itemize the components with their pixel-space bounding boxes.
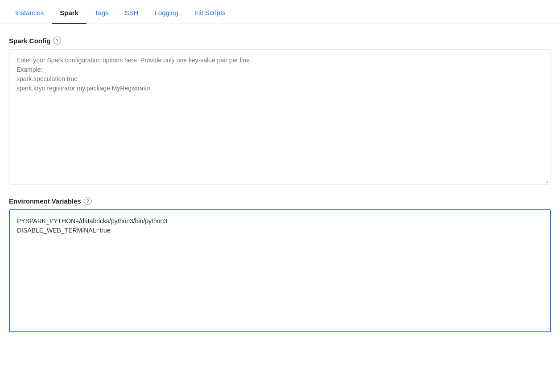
tab-tags[interactable]: Tags <box>86 0 117 24</box>
spark-config-input[interactable] <box>9 49 551 174</box>
env-resize-icon: ⌟ <box>545 324 548 331</box>
tab-init-scripts[interactable]: Init Scripts <box>186 0 234 24</box>
tab-bar: Instances Spark Tags SSH Logging Init Sc… <box>0 0 560 24</box>
env-variables-section: Environment Variables ? ⌟ <box>9 197 551 332</box>
env-variables-label: Environment Variables ? <box>9 197 551 205</box>
tab-ssh[interactable]: SSH <box>117 0 147 24</box>
resize-icon: ⌟ <box>546 177 549 183</box>
spark-config-help-icon[interactable]: ? <box>53 37 61 45</box>
spark-config-resize-handle: ⌟ <box>9 176 551 184</box>
env-variables-title: Environment Variables <box>9 197 81 205</box>
spark-config-textarea-wrapper: ⌟ <box>9 49 551 184</box>
spark-config-section: Spark Config ? ⌟ <box>9 37 551 184</box>
env-variables-help-icon[interactable]: ? <box>84 197 92 205</box>
env-variables-textarea-wrapper: ⌟ <box>9 209 551 332</box>
tab-instances[interactable]: Instances <box>7 0 52 24</box>
tab-spark[interactable]: Spark <box>52 0 86 24</box>
tab-logging[interactable]: Logging <box>146 0 186 24</box>
env-variables-input[interactable] <box>10 210 550 322</box>
spark-config-title: Spark Config <box>9 37 50 45</box>
content-area: Spark Config ? ⌟ Environment Variables ?… <box>0 24 560 354</box>
spark-config-label: Spark Config ? <box>9 37 551 45</box>
env-variables-resize-handle: ⌟ <box>10 323 550 331</box>
